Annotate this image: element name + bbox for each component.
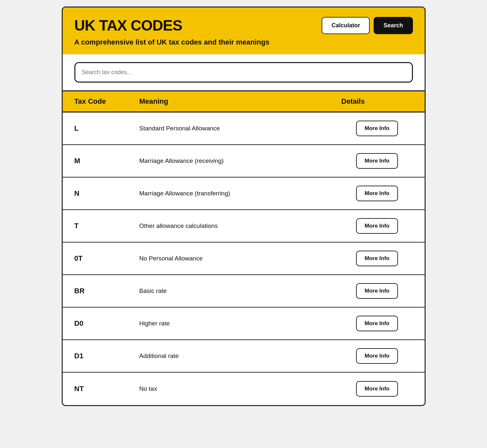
more-info-button[interactable]: More Info	[356, 381, 398, 397]
cell-meaning: Marriage Allowance (transferring)	[139, 190, 341, 197]
cell-meaning: Higher rate	[139, 320, 341, 327]
header-top: UK TAX CODES Calculator Search	[74, 17, 413, 34]
header: UK TAX CODES Calculator Search A compreh…	[63, 7, 425, 54]
cell-code: T	[74, 222, 139, 230]
cell-details: More Info	[341, 348, 413, 364]
search-section	[63, 54, 425, 91]
table-row: T Other allowance calculations More Info	[63, 210, 425, 243]
cell-details: More Info	[341, 121, 413, 136]
cell-meaning: Additional rate	[139, 352, 341, 360]
table-row: BR Basic rate More Info	[63, 275, 425, 308]
cell-details: More Info	[341, 153, 413, 169]
cell-meaning: Other allowance calculations	[139, 222, 341, 230]
cell-code: BR	[74, 287, 139, 295]
cell-code: M	[74, 157, 139, 165]
cell-meaning: No tax	[139, 385, 341, 392]
cell-details: More Info	[341, 316, 413, 331]
col-header-meaning: Meaning	[139, 97, 341, 106]
cell-meaning: Standard Personal Allowance	[139, 125, 341, 132]
more-info-button[interactable]: More Info	[356, 348, 398, 364]
table-body: L Standard Personal Allowance More Info …	[63, 112, 425, 405]
cell-code: D0	[74, 319, 139, 328]
more-info-button[interactable]: More Info	[356, 153, 398, 169]
search-button[interactable]: Search	[374, 17, 413, 34]
more-info-button[interactable]: More Info	[356, 283, 398, 299]
cell-code: N	[74, 189, 139, 198]
more-info-button[interactable]: More Info	[356, 316, 398, 331]
table-row: D1 Additional rate More Info	[63, 340, 425, 373]
cell-code: NT	[74, 385, 139, 393]
cell-details: More Info	[341, 186, 413, 201]
table-row: NT No tax More Info	[63, 373, 425, 405]
cell-meaning: Basic rate	[139, 287, 341, 295]
search-input[interactable]	[75, 63, 412, 82]
table-row: M Marriage Allowance (receiving) More In…	[63, 145, 425, 178]
more-info-button[interactable]: More Info	[356, 218, 398, 234]
more-info-button[interactable]: More Info	[356, 186, 398, 201]
header-subtitle: A comprehensive list of UK tax codes and…	[74, 38, 413, 46]
cell-details: More Info	[341, 251, 413, 266]
page-wrapper: UK TAX CODES Calculator Search A compreh…	[62, 7, 426, 406]
calculator-button[interactable]: Calculator	[322, 17, 370, 34]
cell-details: More Info	[341, 283, 413, 299]
search-input-wrapper	[74, 62, 413, 83]
col-header-details: Details	[341, 97, 413, 106]
cell-meaning: Marriage Allowance (receiving)	[139, 157, 341, 165]
page-title: UK TAX CODES	[74, 17, 182, 34]
cell-meaning: No Personal Allowance	[139, 255, 341, 262]
table-row: N Marriage Allowance (transferring) More…	[63, 178, 425, 210]
col-header-code: Tax Code	[74, 97, 139, 106]
table-row: L Standard Personal Allowance More Info	[63, 112, 425, 145]
cell-code: L	[74, 124, 139, 133]
cell-details: More Info	[341, 381, 413, 397]
cell-code: 0T	[74, 254, 139, 263]
cell-details: More Info	[341, 218, 413, 234]
table-header: Tax Code Meaning Details	[63, 91, 425, 112]
cell-code: D1	[74, 352, 139, 360]
more-info-button[interactable]: More Info	[356, 121, 398, 136]
table-row: D0 Higher rate More Info	[63, 308, 425, 340]
table-row: 0T No Personal Allowance More Info	[63, 243, 425, 275]
header-buttons: Calculator Search	[322, 17, 413, 34]
more-info-button[interactable]: More Info	[356, 251, 398, 266]
